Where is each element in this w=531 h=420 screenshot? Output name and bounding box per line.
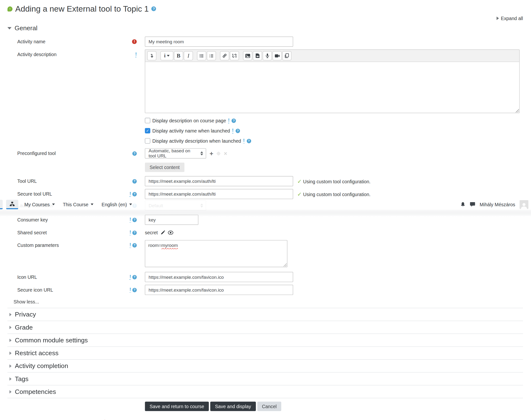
record-audio-button[interactable] xyxy=(263,51,272,60)
bold-icon: B xyxy=(177,53,180,59)
description-editor-body[interactable] xyxy=(145,62,519,113)
chevron-right-icon xyxy=(9,377,11,380)
insert-media-icon xyxy=(255,53,260,58)
insert-link-button[interactable] xyxy=(220,51,229,60)
preconfigured-tool-label: Preconfigured tool xyxy=(7,151,56,156)
tool-url-input[interactable] xyxy=(145,176,293,186)
avatar-silhouette-icon xyxy=(520,202,528,209)
info-exclamation-icon: ! xyxy=(130,230,131,235)
section-tags[interactable]: Tags xyxy=(7,373,523,385)
insert-media-button[interactable] xyxy=(253,51,262,60)
help-question-icon[interactable]: ? xyxy=(236,128,240,133)
help-question-icon[interactable]: ? xyxy=(247,139,251,143)
select-content-button[interactable]: Select content xyxy=(145,163,184,172)
display-description-checkbox[interactable] xyxy=(145,118,150,123)
paragraph-styles-button[interactable]: i xyxy=(161,51,173,60)
help-question-icon[interactable]: ? xyxy=(151,7,156,11)
edit-pencil-icon[interactable] xyxy=(161,230,165,235)
info-exclamation-icon: ! xyxy=(135,52,137,57)
select-caret-icon xyxy=(200,151,203,155)
page-title: Adding a new External tool to Topic 1 xyxy=(15,4,149,14)
section-grade[interactable]: Grade xyxy=(7,321,523,334)
save-and-display-button[interactable]: Save and display xyxy=(210,402,256,411)
navbar-partial-button[interactable] xyxy=(0,200,3,209)
secure-icon-url-label: Secure icon URL xyxy=(7,287,53,293)
help-question-icon[interactable]: ? xyxy=(133,192,137,196)
info-exclamation-icon: ! xyxy=(130,287,131,292)
reveal-eye-icon[interactable] xyxy=(168,231,173,235)
page: ↑ Adding a new External tool to Topic 1 … xyxy=(0,0,531,420)
activity-name-input[interactable] xyxy=(145,36,293,47)
page-header: ↑ Adding a new External tool to Topic 1 … xyxy=(7,4,523,14)
unordered-list-icon xyxy=(199,53,204,58)
section-privacy[interactable]: Privacy xyxy=(7,308,523,321)
cancel-button[interactable]: Cancel xyxy=(257,402,281,411)
show-less-link[interactable]: Show less... xyxy=(7,299,523,304)
help-question-icon[interactable]: ? xyxy=(232,118,236,123)
chevron-right-icon xyxy=(9,326,11,329)
manage-files-button[interactable] xyxy=(282,51,292,60)
custom-parameters-textarea[interactable]: room=myroom xyxy=(145,240,287,267)
help-question-icon[interactable]: ? xyxy=(133,275,137,279)
icon-url-label: Icon URL xyxy=(7,274,37,280)
unordered-list-button[interactable] xyxy=(197,51,206,60)
secure-tool-url-input[interactable] xyxy=(145,189,293,199)
resize-grip-icon[interactable] xyxy=(515,109,519,112)
my-courses-menu[interactable]: My Courses xyxy=(24,202,55,207)
collapse-toolbar-icon xyxy=(149,53,154,58)
shared-secret-label: Shared secret xyxy=(7,230,47,235)
info-exclamation-icon: ! xyxy=(228,118,230,123)
check-icon: ✓ xyxy=(297,191,302,197)
help-question-icon[interactable]: ? xyxy=(133,288,137,292)
help-question-icon[interactable]: ? xyxy=(133,230,137,235)
chevron-down-icon xyxy=(167,55,170,57)
help-question-icon[interactable]: ? xyxy=(133,151,137,155)
record-video-icon xyxy=(274,54,280,58)
insert-image-button[interactable] xyxy=(243,51,252,60)
course-structure-button[interactable] xyxy=(6,200,18,209)
add-tool-plus-icon[interactable]: + xyxy=(209,150,213,157)
messages-icon[interactable] xyxy=(470,202,475,207)
spellcheck-underline: myroom xyxy=(162,243,178,248)
icon-url-input[interactable] xyxy=(145,272,293,282)
general-section-header[interactable]: General xyxy=(7,24,523,32)
info-exclamation-icon: ! xyxy=(243,138,245,143)
resize-grip-icon[interactable] xyxy=(283,263,287,267)
expand-all-link[interactable]: Expand all xyxy=(496,15,523,21)
collapse-toolbar-button[interactable] xyxy=(147,51,156,60)
help-question-icon[interactable]: ? xyxy=(133,243,137,247)
section-competencies[interactable]: Competencies xyxy=(7,385,523,398)
info-exclamation-icon: ! xyxy=(130,192,131,196)
unlink-button[interactable] xyxy=(230,51,239,60)
save-and-return-button[interactable]: Save and return to course xyxy=(145,402,209,411)
info-exclamation-icon: ! xyxy=(130,217,131,222)
section-activity-completion[interactable]: Activity completion xyxy=(7,360,523,372)
svg-text:3: 3 xyxy=(209,56,210,58)
section-common-module-settings[interactable]: Common module settings xyxy=(7,334,523,347)
general-heading: General xyxy=(15,24,37,32)
language-menu[interactable]: English (en) xyxy=(102,202,132,207)
this-course-menu[interactable]: This Course xyxy=(63,202,93,207)
secure-tool-url-status: ✓ Using custom tool configuration. xyxy=(297,189,370,197)
help-question-icon[interactable]: ? xyxy=(133,179,137,183)
ordered-list-button[interactable]: 123 xyxy=(207,51,216,60)
delete-tool-x-icon: × xyxy=(224,151,227,156)
chevron-right-icon xyxy=(496,17,499,20)
sticky-navbar: My Courses This Course English (en) Mihá… xyxy=(0,199,531,210)
checkbox-label: Display description on course page xyxy=(152,118,226,123)
display-activity-name-checkbox[interactable]: ✓ xyxy=(145,128,150,133)
secure-icon-url-input[interactable] xyxy=(145,285,293,295)
italic-button[interactable]: I xyxy=(184,51,193,60)
chevron-down-icon xyxy=(7,27,12,29)
checkbox-label: Display activity description when launch… xyxy=(152,138,241,143)
secure-tool-url-label: Secure tool URL xyxy=(7,191,52,196)
display-activity-description-checkbox[interactable] xyxy=(145,138,150,143)
preconfigured-tool-select[interactable]: Automatic, based on tool URL xyxy=(145,148,206,158)
notifications-bell-icon[interactable] xyxy=(460,202,466,207)
help-question-icon[interactable]: ? xyxy=(133,218,137,222)
section-restrict-access[interactable]: Restrict access xyxy=(7,347,523,360)
bold-button[interactable]: B xyxy=(174,51,183,60)
user-name[interactable]: Mihály Mészáros xyxy=(480,202,515,207)
record-video-button[interactable] xyxy=(272,51,281,60)
user-avatar[interactable] xyxy=(520,200,528,209)
